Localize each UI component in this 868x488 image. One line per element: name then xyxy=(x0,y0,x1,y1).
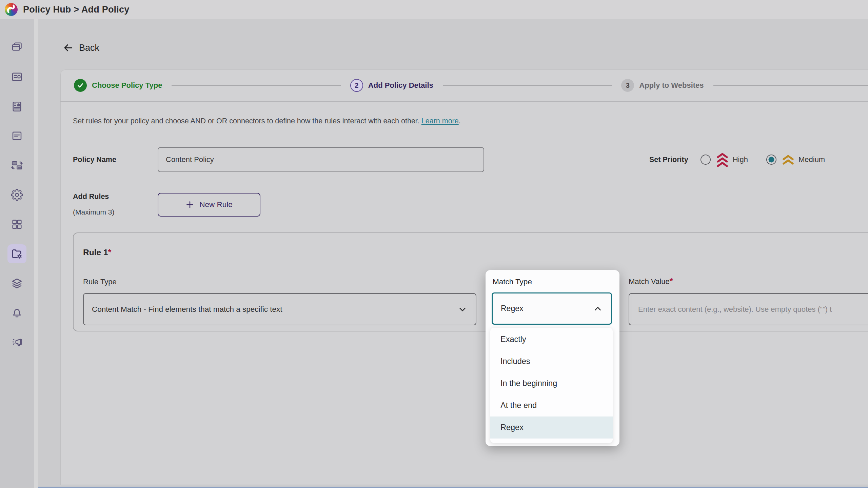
report-icon[interactable] xyxy=(7,97,26,116)
rule-type-select[interactable]: Content Match - Find elements that match… xyxy=(83,293,476,325)
notifications-bell-icon[interactable] xyxy=(7,303,26,322)
bottom-accent-line xyxy=(38,487,868,488)
document-icon[interactable] xyxy=(7,126,26,145)
priority-high-label: High xyxy=(733,155,748,164)
set-priority-group: Set Priority High Medium xyxy=(649,151,825,168)
form-icon[interactable] xyxy=(7,67,26,86)
add-rules-max-hint: (Maximum 3) xyxy=(73,208,115,216)
plus-icon xyxy=(185,200,194,209)
rule-type-label: Rule Type xyxy=(83,278,117,286)
new-rule-button[interactable]: New Rule xyxy=(158,193,260,217)
policy-name-label: Policy Name xyxy=(73,156,116,164)
layers-icon[interactable] xyxy=(7,274,26,293)
priority-high-chevrons-icon xyxy=(716,152,729,167)
step-2-badge: 2 xyxy=(350,79,363,92)
set-priority-label: Set Priority xyxy=(649,156,688,164)
rules-intro-text: Set rules for your policy and choose AND… xyxy=(73,117,461,125)
dropdown-option-in-the-beginning[interactable]: In the beginning xyxy=(490,372,613,394)
match-type-select[interactable]: Regex xyxy=(492,292,612,325)
step-connector xyxy=(172,85,340,86)
step-connector xyxy=(713,85,868,86)
back-arrow-icon xyxy=(63,42,74,53)
priority-medium-radio[interactable] xyxy=(766,155,776,165)
windows-icon[interactable] xyxy=(7,38,26,57)
sidebar-gutter xyxy=(34,19,38,488)
data-sync-icon[interactable] xyxy=(7,156,26,175)
priority-high-radio[interactable] xyxy=(701,155,711,165)
add-rules-label: Add Rules xyxy=(73,192,109,201)
match-type-dropdown-list: Exactly Includes In the beginning At the… xyxy=(490,328,613,443)
dropdown-option-at-the-end[interactable]: At the end xyxy=(490,394,613,416)
policy-name-input[interactable] xyxy=(158,147,484,172)
required-asterisk: * xyxy=(670,276,673,286)
step-choose-policy-type[interactable]: Choose Policy Type xyxy=(74,79,162,92)
step-connector xyxy=(443,85,612,86)
app-header: Policy Hub > Add Policy xyxy=(0,0,868,19)
settings-gear-icon[interactable] xyxy=(7,185,26,204)
chevron-up-icon xyxy=(593,304,603,314)
add-policy-panel: Choose Policy Type 2 Add Policy Details … xyxy=(60,69,868,485)
priority-medium-chevrons-icon xyxy=(782,155,794,165)
step-add-policy-details[interactable]: 2 Add Policy Details xyxy=(350,79,433,92)
required-asterisk: * xyxy=(108,247,112,257)
learn-more-link[interactable]: Learn more xyxy=(421,117,459,125)
match-type-popup: Match Type Regex Exactly Includes In the… xyxy=(486,270,619,446)
apps-grid-icon[interactable] xyxy=(7,215,26,234)
back-button[interactable]: Back xyxy=(63,42,99,53)
match-value-label: Match Value* xyxy=(629,276,673,286)
chevron-down-icon xyxy=(457,304,468,314)
back-label: Back xyxy=(79,43,99,53)
dropdown-option-regex[interactable]: Regex xyxy=(490,416,613,439)
match-value-input[interactable] xyxy=(629,293,868,325)
priority-medium-label: Medium xyxy=(798,155,825,164)
sidebar-nav xyxy=(0,19,34,488)
page-title: Policy Hub > Add Policy xyxy=(23,4,129,15)
step-apply-to-websites[interactable]: 3 Apply to Websites xyxy=(621,79,704,92)
dropdown-option-exactly[interactable]: Exactly xyxy=(490,328,613,350)
add-policy-screen: Policy Hub > Add Policy xyxy=(0,0,868,488)
match-type-label: Match Type xyxy=(493,278,532,286)
dropdown-option-includes[interactable]: Includes xyxy=(490,350,613,372)
step-3-badge: 3 xyxy=(621,79,634,92)
brand-logo-icon xyxy=(5,3,18,16)
policy-folder-gear-icon[interactable] xyxy=(7,244,26,263)
stepper: Choose Policy Type 2 Add Policy Details … xyxy=(60,69,868,102)
rule-1-title: Rule 1* xyxy=(83,247,111,257)
announcement-megaphone-icon[interactable] xyxy=(7,333,26,352)
step-complete-check-icon xyxy=(74,79,87,92)
